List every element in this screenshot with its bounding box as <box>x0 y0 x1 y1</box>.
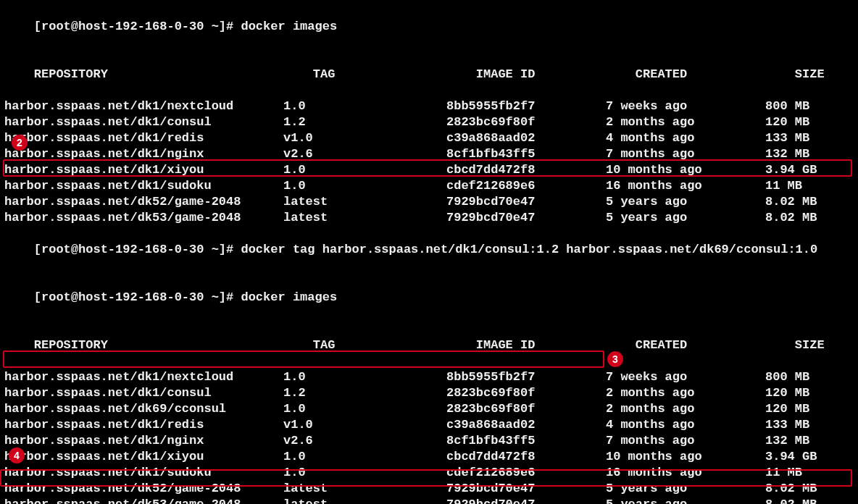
command-text: docker images <box>241 290 337 304</box>
shell-prompt: [root@host-192-168-0-30 ~]# <box>34 243 241 256</box>
command-text: docker tag harbor.sspaas.net/dk1/consul:… <box>241 243 817 256</box>
terminal-output: [root@host-192-168-0-30 ~]# docker image… <box>4 3 854 504</box>
command-line[interactable]: [root@host-192-168-0-30 ~]# docker tag h… <box>4 226 854 274</box>
table-row: harbor.sspaas.net/dk1/xiyou1.0cbcd7dd472… <box>4 449 854 465</box>
table-row: harbor.sspaas.net/dk53/game-2048latest79… <box>4 497 854 504</box>
table-header: REPOSITORYTAGIMAGE IDCREATEDSIZE <box>4 322 854 369</box>
table-header: REPOSITORYTAGIMAGE IDCREATEDSIZE <box>4 51 854 98</box>
table-row: harbor.sspaas.net/dk1/sudoku1.0cdef21268… <box>4 178 854 194</box>
command-text: docker images <box>241 20 337 33</box>
table-row: harbor.sspaas.net/dk1/redisv1.0c39a868aa… <box>4 130 854 146</box>
table-row: harbor.sspaas.net/dk53/game-2048latest79… <box>4 210 854 226</box>
table-row: harbor.sspaas.net/dk1/nextcloud1.08bb595… <box>4 369 854 385</box>
table-row: harbor.sspaas.net/dk1/sudoku1.0cdef21268… <box>4 465 854 481</box>
table-row: harbor.sspaas.net/dk1/redisv1.0c39a868aa… <box>4 417 854 433</box>
table-row: harbor.sspaas.net/dk52/game-2048latest79… <box>4 194 854 210</box>
table-row: harbor.sspaas.net/dk1/consul1.22823bc69f… <box>4 385 854 401</box>
table-row: harbor.sspaas.net/dk1/nginxv2.68cf1bfb43… <box>4 146 854 162</box>
command-line[interactable]: [root@host-192-168-0-30 ~]# docker image… <box>4 3 854 51</box>
table-row: harbor.sspaas.net/dk1/nextcloud1.08bb595… <box>4 98 854 114</box>
table-row: harbor.sspaas.net/dk69/cconsul1.02823bc6… <box>4 401 854 417</box>
table-row: harbor.sspaas.net/dk1/nginxv2.68cf1bfb43… <box>4 433 854 449</box>
table-row: harbor.sspaas.net/dk52/game-2048latest79… <box>4 481 854 497</box>
table-row: harbor.sspaas.net/dk1/xiyou1.0cbcd7dd472… <box>4 162 854 178</box>
command-line[interactable]: [root@host-192-168-0-30 ~]# docker image… <box>4 274 854 322</box>
shell-prompt: [root@host-192-168-0-30 ~]# <box>34 20 241 33</box>
shell-prompt: [root@host-192-168-0-30 ~]# <box>34 290 241 304</box>
table-row: harbor.sspaas.net/dk1/consul1.22823bc69f… <box>4 114 854 130</box>
